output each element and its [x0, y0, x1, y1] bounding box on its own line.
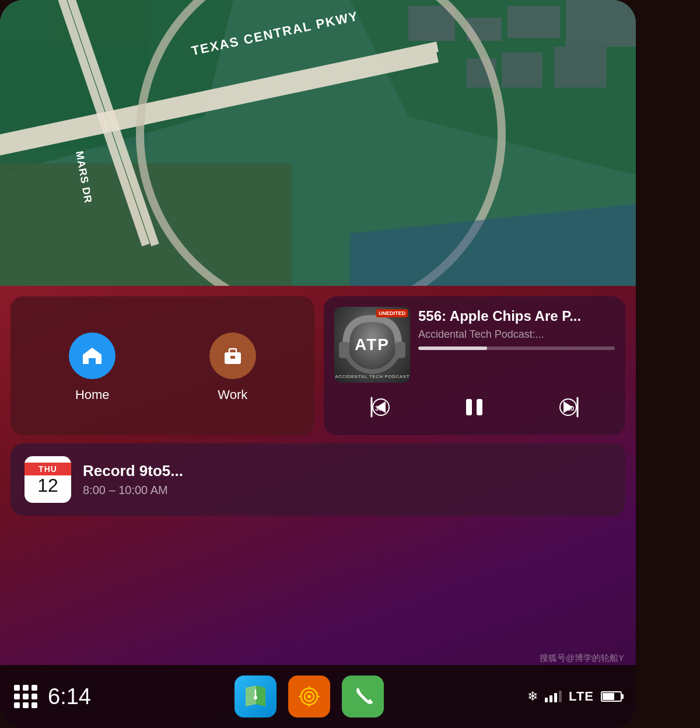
overcast-app-icon[interactable] [288, 676, 330, 718]
calendar-event-name: Record 9to5... [83, 462, 611, 480]
calendar-day-num: 12 [37, 475, 58, 496]
podcast-title: 556: Apple Chips Are P... [418, 307, 615, 325]
phone-app-icon[interactable] [342, 676, 384, 718]
home-label: Home [75, 387, 110, 402]
podcast-progress-fill [418, 346, 487, 350]
svg-rect-7 [566, 0, 636, 47]
svg-rect-6 [508, 6, 560, 38]
work-label: Work [218, 387, 247, 402]
grid-dot [23, 685, 29, 691]
grid-dot [14, 685, 20, 691]
grid-dot [32, 694, 37, 699]
work-icon-circle [209, 332, 256, 379]
svg-rect-9 [502, 52, 542, 88]
podcast-badge: UNEDITED [376, 309, 408, 317]
signal-bar-3 [554, 693, 557, 702]
svg-rect-20 [230, 356, 235, 359]
atp-logo-text: ATP [355, 335, 390, 354]
calendar-icon: THU 12 [24, 456, 71, 503]
grid-dot [32, 702, 37, 708]
svg-rect-25 [477, 399, 482, 415]
podcast-controls: 30 30 [334, 388, 615, 425]
map-widget[interactable]: TEXAS CENTRAL PKWY MARS DR [0, 0, 636, 286]
svg-rect-22 [395, 342, 405, 358]
podcast-show: Accidental Tech Podcast:... [418, 328, 615, 341]
signal-bars [545, 691, 562, 702]
settings-icon: ❄ [527, 689, 538, 704]
lte-label: LTE [569, 689, 594, 704]
watermark: 搜狐号@博学的轮船Y [540, 653, 624, 664]
dock-status: ❄ LTE [527, 689, 622, 704]
podcast-top: ATP UNEDITED ACCIDENTAL TECH PODCAST 556… [334, 307, 615, 383]
svg-rect-24 [466, 399, 472, 415]
signal-bar-1 [545, 698, 548, 702]
svg-point-31 [307, 695, 311, 698]
podcast-show-small: ACCIDENTAL TECH PODCAST [334, 374, 410, 379]
home-shortcut[interactable]: Home [69, 332, 116, 402]
dock-clock: 6:14 [48, 684, 91, 709]
calendar-day-abbr: THU [24, 463, 71, 475]
podcast-progress-bar [418, 346, 615, 350]
dock: 6:14 [0, 665, 636, 728]
widget-area: Home Work [0, 286, 636, 728]
widget-row-bottom: THU 12 Record 9to5... 8:00 – 10:00 AM [10, 443, 625, 516]
svg-text:30: 30 [375, 405, 382, 412]
podcast-widget[interactable]: ATP UNEDITED ACCIDENTAL TECH PODCAST 556… [324, 296, 625, 435]
grid-icon[interactable] [14, 685, 37, 708]
widget-row-top: Home Work [10, 296, 625, 435]
battery-icon [601, 691, 622, 702]
battery-fill [603, 693, 614, 700]
podcast-info: 556: Apple Chips Are P... Accidental Tec… [418, 307, 615, 350]
calendar-widget[interactable]: THU 12 Record 9to5... 8:00 – 10:00 AM [10, 443, 625, 516]
calendar-details: Record 9to5... 8:00 – 10:00 AM [83, 462, 611, 497]
dock-left: 6:14 [14, 684, 91, 709]
svg-rect-10 [554, 47, 607, 88]
dock-apps [91, 676, 527, 718]
signal-bar-4 [559, 691, 562, 702]
work-shortcut[interactable]: Work [209, 332, 256, 402]
calendar-event-time: 8:00 – 10:00 AM [83, 484, 611, 497]
skip-back-button[interactable]: 30 [366, 392, 396, 422]
maps-app-icon[interactable] [235, 676, 276, 718]
svg-text:30: 30 [567, 405, 574, 412]
svg-rect-21 [339, 342, 349, 358]
home-icon-circle [69, 332, 116, 379]
signal-bar-2 [550, 695, 552, 702]
grid-dot [14, 694, 20, 699]
podcast-artwork: ATP UNEDITED ACCIDENTAL TECH PODCAST [334, 307, 410, 383]
grid-dot [23, 702, 29, 708]
grid-dot [32, 685, 37, 691]
grid-dot [23, 694, 29, 699]
skip-forward-button[interactable]: 30 [553, 392, 583, 422]
play-pause-button[interactable] [459, 392, 489, 422]
grid-dot [14, 702, 20, 708]
maps-shortcuts-widget[interactable]: Home Work [10, 296, 314, 435]
svg-point-27 [254, 696, 257, 699]
